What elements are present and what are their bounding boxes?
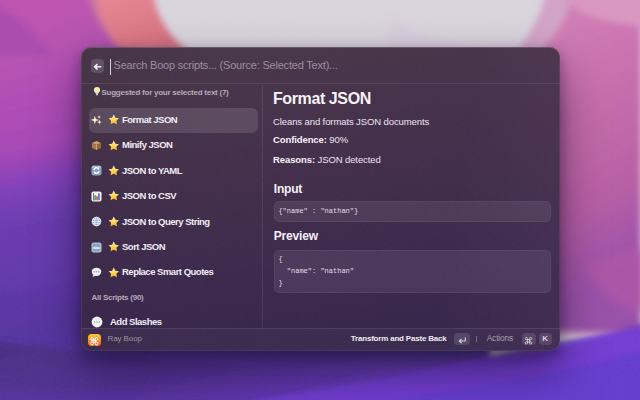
svg-text:abc: abc [92,245,100,250]
